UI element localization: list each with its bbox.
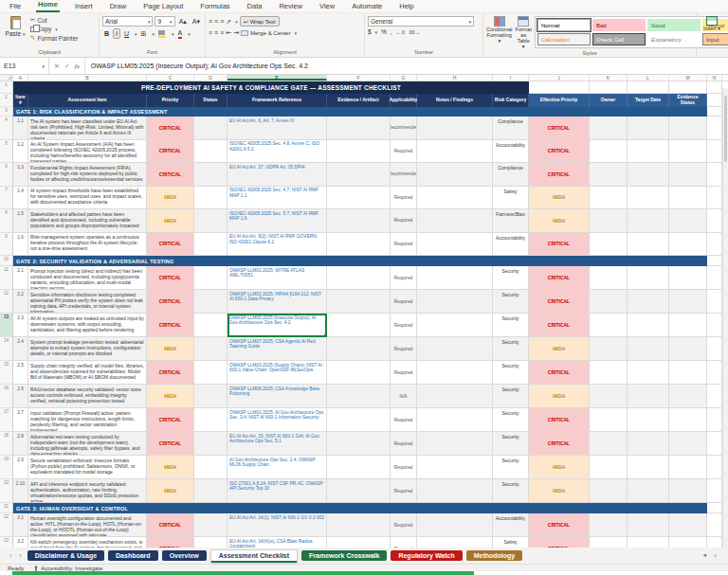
status-1.1[interactable] bbox=[194, 117, 228, 140]
risk-category-2.9[interactable]: Security bbox=[493, 456, 529, 479]
evidence-artifact-2.2[interactable] bbox=[327, 290, 391, 314]
item-id-2.9[interactable]: 2.9 bbox=[13, 456, 28, 479]
wrap-text-button[interactable]: ↩Wrap Text bbox=[240, 16, 280, 27]
empty-cell[interactable] bbox=[707, 256, 722, 266]
menu-tab-home[interactable]: Home bbox=[36, 0, 60, 12]
framework-reference-2.8[interactable]: EU AI Act Art. 15; NIST AI 600-1 GAI; AI… bbox=[228, 432, 327, 456]
evidence-status-2.3[interactable] bbox=[669, 314, 707, 337]
row-header-13[interactable]: 13 bbox=[0, 314, 13, 337]
sheet-tab-methodology[interactable]: Methodology bbox=[466, 550, 523, 561]
decrease-indent-icon[interactable]: ⇤ bbox=[226, 28, 231, 37]
tab-scroll-left-icon[interactable]: ◂ bbox=[702, 551, 706, 561]
framework-reference-2.1[interactable]: OWASP LLM01:2025; MITRE ATLAS AML.T0051 bbox=[228, 266, 327, 290]
menu-tab-automate[interactable]: Automate bbox=[350, 2, 384, 12]
framework-reference-2.5[interactable]: OWASP LLM03:2025 (Supply Chain); NIST AI… bbox=[228, 361, 327, 385]
borders-button[interactable]: ⊞ bbox=[139, 28, 149, 39]
effective-priority-1.3[interactable]: CRITICAL bbox=[529, 163, 590, 187]
framework-reference-3.1[interactable]: EU AI Act Art. 14(1); NIST AI 600-1 GV-3… bbox=[228, 513, 327, 537]
row-header-5[interactable]: 5 bbox=[0, 140, 13, 164]
target-date-1.1[interactable] bbox=[628, 117, 669, 140]
assessment-item-2.3[interactable]: All AI system outputs are treated as unt… bbox=[28, 314, 147, 337]
target-date-3.1[interactable] bbox=[628, 513, 669, 537]
column-header-h[interactable]: H bbox=[417, 75, 493, 81]
paste-button[interactable]: Paste▾ bbox=[3, 16, 27, 37]
effective-priority-2.1[interactable]: CRITICAL bbox=[529, 266, 590, 290]
item-id-1.5[interactable]: 1.5 bbox=[13, 209, 28, 233]
priority-3.2[interactable]: CRITICAL bbox=[147, 537, 194, 548]
insert-function-icon[interactable]: fx bbox=[75, 63, 80, 70]
assessment-item-2.9[interactable]: Secure serialization enforced: insecure … bbox=[28, 456, 147, 479]
priority-1.5[interactable]: HIGH bbox=[147, 209, 194, 233]
row-header-16[interactable]: 16 bbox=[0, 385, 13, 408]
row-header-14[interactable]: 14 bbox=[0, 337, 13, 361]
status-2.3[interactable] bbox=[194, 314, 228, 337]
framework-reference-1.3[interactable]: EU AI Act Art. 27; GDPR Art. 35 DPIA bbox=[228, 163, 327, 187]
risk-category-2.5[interactable]: Security bbox=[493, 361, 529, 385]
framework-reference-2.7[interactable]: OWASP LLM01:2025; AI Gov Architecture Op… bbox=[228, 408, 327, 432]
priority-3.1[interactable]: CRITICAL bbox=[147, 513, 194, 537]
applicability-2.9[interactable]: Required bbox=[391, 456, 417, 479]
sheet-tab-framework-crosswalk[interactable]: Framework Crosswalk bbox=[301, 550, 387, 561]
applicability-1.2[interactable]: Required bbox=[391, 140, 417, 164]
item-id-2.7[interactable]: 2.7 bbox=[13, 408, 28, 432]
row-header-17[interactable]: 17 bbox=[0, 408, 13, 432]
framework-reference-2.2[interactable]: OWASP LLM02:2025; HIPAA §164.312; NIST A… bbox=[228, 290, 327, 314]
priority-2.3[interactable]: CRITICAL bbox=[147, 314, 194, 337]
target-date-3.2[interactable] bbox=[628, 537, 669, 548]
status-2.5[interactable] bbox=[194, 361, 228, 385]
grow-font-button[interactable]: A▴ bbox=[177, 16, 189, 27]
evidence-status-1.5[interactable] bbox=[669, 209, 707, 233]
owner-2.1[interactable] bbox=[590, 266, 628, 290]
row-header-4[interactable]: 4 bbox=[0, 117, 13, 140]
formula-input[interactable]: OWASP LLM05:2025 (Insecure Output); AI G… bbox=[85, 58, 728, 74]
framework-reference-3.2[interactable]: EU AI Act Art. 14(4)(e); CSA Blast Radiu… bbox=[228, 537, 327, 548]
evidence-status-1.6[interactable] bbox=[669, 233, 707, 257]
owner-3.1[interactable] bbox=[590, 513, 628, 537]
column-header-f[interactable]: F bbox=[327, 75, 391, 81]
priority-2.5[interactable]: CRITICAL bbox=[147, 361, 194, 385]
priority-2.4[interactable]: HIGH bbox=[147, 337, 194, 361]
target-date-2.2[interactable] bbox=[628, 290, 669, 314]
empty-cell[interactable] bbox=[707, 503, 722, 513]
item-id-2.6[interactable]: 2.6 bbox=[13, 385, 28, 408]
status-1.6[interactable] bbox=[194, 233, 228, 257]
style-calculation[interactable]: Calculation bbox=[537, 33, 591, 45]
menu-tab-formulas[interactable]: Formulas bbox=[198, 2, 231, 12]
owner-1.6[interactable] bbox=[590, 233, 628, 257]
status-2.8[interactable] bbox=[194, 432, 228, 456]
effective-priority-3.1[interactable]: CRITICAL bbox=[529, 513, 590, 537]
evidence-artifact-2.5[interactable] bbox=[327, 361, 391, 385]
framework-reference-2.9[interactable]: AI Gov Architecture Ops Sec. 2.4; OWASP … bbox=[228, 456, 327, 479]
column-header-j[interactable]: J bbox=[529, 75, 590, 81]
increase-indent-icon[interactable]: ⇥ bbox=[233, 28, 239, 37]
row-header-1[interactable]: 1 bbox=[0, 81, 13, 94]
item-id-1.1[interactable]: 1.1 bbox=[13, 117, 28, 140]
empty-cell[interactable] bbox=[707, 537, 722, 548]
target-date-2.6[interactable] bbox=[628, 385, 669, 408]
framework-reference-2.4[interactable]: OWASP LLM07:2025; CSA Agentic AI Red Tea… bbox=[228, 337, 327, 361]
sheet-tab-dashboard[interactable]: Dashboard bbox=[108, 550, 158, 561]
assessment-item-1.5[interactable]: Stakeholders and affected parties have b… bbox=[28, 209, 147, 233]
status-2.4[interactable] bbox=[194, 337, 228, 361]
align-middle-icon[interactable]: ≡ bbox=[214, 17, 218, 26]
column-header-g[interactable]: G bbox=[391, 75, 417, 81]
target-date-2.5[interactable] bbox=[628, 361, 669, 385]
bold-button[interactable]: B bbox=[102, 28, 111, 39]
row-header-20[interactable]: 20 bbox=[0, 479, 13, 503]
style-good[interactable]: Good bbox=[647, 19, 701, 31]
comma-format-button[interactable]: , bbox=[391, 28, 392, 35]
notes-findings-1.4[interactable] bbox=[417, 187, 493, 210]
applicability-2.7[interactable]: Required bbox=[391, 408, 417, 432]
risk-category-2.7[interactable]: Security bbox=[493, 408, 529, 432]
evidence-artifact-2.7[interactable] bbox=[327, 408, 391, 432]
framework-reference-1.4[interactable]: ISO/IEC 42005:2025 Sec. 4.7; NIST AI RMF… bbox=[228, 187, 327, 210]
empty-cell[interactable] bbox=[707, 337, 722, 361]
empty-cell[interactable] bbox=[669, 81, 707, 94]
menu-tab-review[interactable]: Review bbox=[277, 2, 304, 12]
evidence-artifact-2.10[interactable] bbox=[327, 479, 391, 503]
priority-2.10[interactable]: HIGH bbox=[147, 479, 194, 503]
owner-1.3[interactable] bbox=[590, 163, 628, 187]
item-id-2.10[interactable]: 2.10 bbox=[13, 479, 28, 503]
effective-priority-2.5[interactable]: CRITICAL bbox=[529, 361, 590, 385]
effective-priority-1.6[interactable]: CRITICAL bbox=[529, 233, 590, 257]
